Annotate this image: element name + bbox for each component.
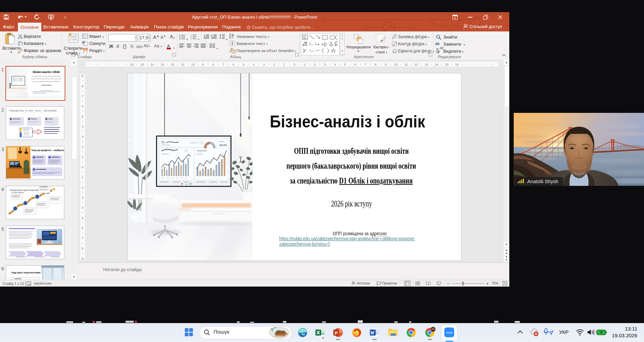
- svg-text:16: 16: [455, 63, 459, 66]
- svg-text:3: 3: [82, 196, 83, 199]
- svg-text:3: 3: [263, 63, 265, 66]
- svg-text:4: 4: [82, 125, 83, 128]
- svg-text:3: 3: [324, 63, 326, 66]
- svg-text:2: 2: [273, 63, 275, 66]
- svg-text:14: 14: [435, 63, 439, 66]
- svg-text:А: А: [232, 33, 234, 36]
- svg-text:● старт кар'єри: ● старт кар'єри: [12, 191, 24, 193]
- svg-text:11: 11: [181, 63, 184, 66]
- svg-text:12: 12: [415, 63, 418, 66]
- svg-text:9: 9: [82, 256, 83, 260]
- svg-text:6: 6: [354, 63, 356, 66]
- svg-text:zoom: zoom: [446, 331, 453, 334]
- svg-text:13: 13: [161, 63, 164, 66]
- svg-text:3: 3: [191, 38, 192, 40]
- svg-text:6: 6: [82, 104, 83, 108]
- svg-text:2: 2: [82, 186, 83, 189]
- svg-text:7: 7: [222, 63, 224, 66]
- svg-text:1: 1: [304, 63, 305, 66]
- svg-text:6: 6: [82, 226, 83, 230]
- svg-text:2: 2: [82, 145, 83, 149]
- svg-text:11: 11: [404, 63, 408, 66]
- svg-text:9: 9: [82, 74, 83, 78]
- svg-text:3: 3: [82, 135, 83, 139]
- svg-text:8: 8: [375, 63, 376, 66]
- svg-text:5: 5: [82, 115, 83, 118]
- svg-text:14: 14: [151, 63, 154, 66]
- svg-text:1: 1: [82, 155, 83, 159]
- svg-text:10: 10: [394, 63, 398, 66]
- svg-text:P: P: [335, 331, 338, 336]
- svg-text:7: 7: [364, 63, 366, 66]
- svg-text:0: 0: [293, 63, 295, 66]
- svg-text:8: 8: [82, 84, 83, 88]
- svg-text:15: 15: [445, 63, 449, 66]
- svg-text:2: 2: [314, 63, 315, 66]
- svg-text:7: 7: [82, 236, 83, 240]
- svg-text:5: 5: [82, 216, 83, 220]
- svg-text:4: 4: [334, 63, 336, 66]
- svg-text:1: 1: [283, 63, 285, 66]
- svg-text:15: 15: [140, 63, 144, 66]
- svg-text:● керівник: ● керівник: [40, 186, 48, 188]
- svg-text:4: 4: [82, 206, 83, 210]
- svg-text:12: 12: [171, 63, 175, 66]
- svg-text:8: 8: [212, 63, 214, 66]
- svg-text:10: 10: [191, 63, 195, 66]
- svg-text:8: 8: [82, 246, 83, 250]
- svg-text:4: 4: [253, 63, 254, 66]
- svg-text:1: 1: [82, 175, 83, 179]
- svg-text:16: 16: [130, 63, 134, 66]
- svg-text:9: 9: [202, 63, 204, 66]
- svg-text:6: 6: [232, 63, 234, 66]
- svg-text:5: 5: [344, 63, 346, 66]
- svg-text:5: 5: [243, 63, 244, 66]
- svg-text:AA: AA: [185, 183, 188, 185]
- svg-text:0: 0: [82, 165, 83, 169]
- svg-text:28.4%: 28.4%: [219, 144, 227, 147]
- svg-text:7: 7: [82, 94, 83, 98]
- svg-text:13: 13: [425, 63, 428, 66]
- svg-text:9: 9: [385, 63, 386, 66]
